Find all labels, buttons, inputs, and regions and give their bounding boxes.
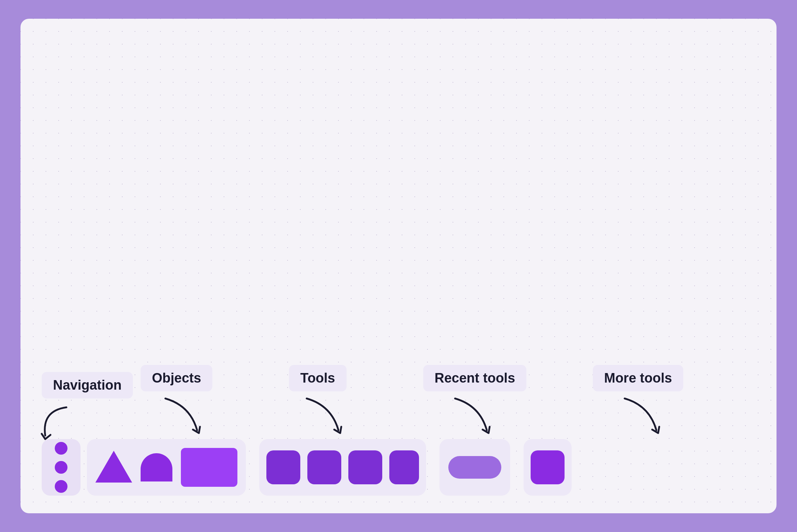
more-tools-arrow	[621, 395, 667, 437]
recent-pill-shape	[448, 456, 501, 479]
nav-dot-1	[55, 442, 67, 455]
tools-arrow	[303, 395, 349, 437]
tool-square-3	[348, 450, 382, 484]
recent-tools-label: Recent tools	[423, 365, 526, 391]
rectangle-shape	[181, 448, 237, 487]
labels-container: Navigation Objects Tools Recent	[42, 358, 755, 428]
nav-dot-2	[55, 461, 67, 474]
navigation-label: Navigation	[42, 372, 133, 398]
toolbar-sections	[42, 439, 755, 496]
triangle-shape	[95, 451, 132, 483]
tool-square-4	[389, 450, 419, 484]
objects-label: Objects	[141, 365, 212, 391]
recent-tools-arrow	[451, 395, 497, 437]
more-tools-section[interactable]	[524, 439, 572, 496]
tool-square-2	[307, 450, 341, 484]
recent-tools-label-group: Recent tools	[423, 365, 526, 391]
recent-tools-section[interactable]	[439, 439, 510, 496]
nav-dot-3	[55, 480, 67, 493]
arch-shape	[141, 453, 172, 481]
tools-section[interactable]	[259, 439, 426, 496]
objects-arrow	[162, 395, 208, 437]
more-square-shape	[531, 450, 565, 484]
tool-square-1	[266, 450, 300, 484]
canvas: Navigation Objects Tools Recent	[20, 19, 777, 513]
more-tools-label-group: More tools	[593, 365, 683, 391]
objects-section[interactable]	[87, 439, 246, 496]
objects-label-group: Objects	[141, 365, 212, 391]
navigation-label-group: Navigation	[42, 372, 133, 398]
tools-label: Tools	[289, 365, 347, 391]
navigation-section[interactable]	[42, 439, 81, 496]
tools-label-group: Tools	[289, 365, 347, 391]
more-tools-label: More tools	[593, 365, 683, 391]
nav-dots	[55, 442, 67, 493]
